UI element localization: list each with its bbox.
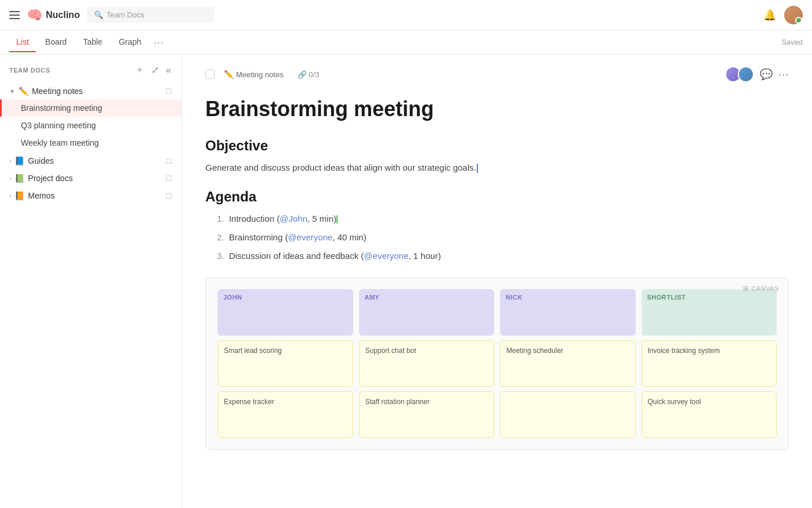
document-progress: 🔗 0/3 — [298, 70, 320, 79]
sidebar-item-weekly-team[interactable]: Weekly team meeting — [0, 134, 182, 152]
kanban-card-meeting-scheduler[interactable]: Meeting scheduler — [500, 340, 636, 387]
sidebar-group-header-guides[interactable]: › 📘 Guides ☐ — [0, 153, 182, 169]
objective-section: Objective Generate and discuss product i… — [205, 138, 789, 175]
document-parent-link[interactable]: ✏️ Meeting notes — [224, 70, 284, 79]
search-icon: 🔍 — [94, 10, 103, 19]
agenda-item-2: Brainstorming (@everyone, 40 min) — [217, 230, 789, 244]
canvas-container: ⊞ CANVAS JOHN Smart lead scoring Expense… — [205, 277, 789, 450]
tabs-more-icon[interactable]: ⋯ — [153, 36, 164, 49]
sidebar-group-name-guides: Guides — [28, 156, 162, 165]
kanban-col-amy: AMY Support chat bot Staff rotation plan… — [359, 289, 495, 438]
group-check-icon: ☐ — [165, 157, 172, 165]
tab-board[interactable]: Board — [38, 33, 74, 52]
sidebar-item-brainstorming[interactable]: Brainstorming meeting — [0, 99, 182, 117]
sidebar-actions: ＋ ⤢ « — [134, 63, 172, 77]
view-tabs-bar: List Board Table Graph ⋯ Saved — [0, 30, 812, 55]
search-bar[interactable]: 🔍 Team Docs — [87, 7, 215, 23]
sidebar-group-name-meeting-notes: Meeting notes — [32, 87, 162, 96]
kanban-col-header-john: JOHN — [217, 289, 353, 336]
agenda-item-1: Introduction (@John, 5 min) — [217, 212, 789, 226]
kanban-col-shortlist: SHORTLIST Invoice tracking system Quick … — [641, 289, 777, 438]
kanban-card-empty-nick — [500, 391, 636, 438]
user-avatar[interactable] — [784, 6, 803, 24]
sidebar-group-project-docs: › 📗 Project docs ☐ — [0, 170, 182, 186]
add-item-button[interactable]: ＋ — [134, 63, 146, 77]
kanban-col-header-amy: AMY — [359, 289, 495, 336]
guides-icon: 📘 — [14, 156, 24, 165]
canvas-label: ⊞ CANVAS — [743, 284, 779, 293]
topbar-right: 🔔 — [763, 6, 803, 24]
kanban-board: JOHN Smart lead scoring Expense tracker … — [217, 289, 777, 438]
logo-text: Nuclino — [46, 10, 80, 20]
sidebar-group-guides: › 📘 Guides ☐ — [0, 153, 182, 169]
chevron-down-icon: ▼ — [9, 88, 15, 95]
chevron-right-icon: › — [9, 175, 11, 182]
document-content: ✏️ Meeting notes 🔗 0/3 💬 ⋯ Brainstorming… — [182, 55, 812, 508]
group-check-icon: ☐ — [165, 174, 172, 183]
topbar-left: 🧠 Nuclino 🔍 Team Docs — [9, 7, 763, 23]
logo: 🧠 Nuclino — [27, 8, 80, 23]
hamburger-menu[interactable] — [9, 11, 20, 19]
objective-heading: Objective — [205, 138, 789, 154]
chevron-right-icon: › — [9, 158, 11, 164]
collapse-sidebar-button[interactable]: « — [165, 63, 172, 77]
sidebar-item-q3-planning[interactable]: Q3 planning meeting — [0, 117, 182, 134]
kanban-col-john: JOHN Smart lead scoring Expense tracker — [217, 289, 353, 438]
chat-icon[interactable]: 💬 — [760, 68, 773, 81]
tab-table[interactable]: Table — [76, 33, 109, 52]
document-header-right: 💬 ⋯ — [725, 66, 789, 82]
sidebar-group-name-memos: Memos — [28, 191, 162, 200]
sidebar-header: TEAM DOCS ＋ ⤢ « — [0, 55, 182, 83]
kanban-col-header-nick: NICK — [500, 289, 636, 336]
kanban-col-header-shortlist: SHORTLIST — [641, 289, 777, 336]
kanban-card-staff-rotation-planner[interactable]: Staff rotation planner — [359, 391, 495, 438]
kanban-card-quick-survey-tool[interactable]: Quick survey tool — [641, 391, 777, 438]
kanban-card-invoice-tracking-system[interactable]: Invoice tracking system — [641, 340, 777, 387]
topbar: 🧠 Nuclino 🔍 Team Docs 🔔 — [0, 0, 812, 30]
sidebar-group-header-memos[interactable]: › 📙 Memos ☐ — [0, 188, 182, 204]
agenda-list: Introduction (@John, 5 min) Brainstormin… — [217, 212, 789, 263]
group-check-icon: ☐ — [165, 192, 172, 200]
sidebar: TEAM DOCS ＋ ⤢ « ▼ ✏️ Meeting notes ☐ Bra… — [0, 55, 182, 508]
project-docs-icon: 📗 — [14, 174, 24, 183]
kanban-card-smart-lead-scoring[interactable]: Smart lead scoring — [217, 340, 353, 387]
search-placeholder: Team Docs — [107, 10, 144, 19]
mention-john[interactable]: @John — [280, 214, 307, 224]
mention-everyone-1[interactable]: @everyone — [288, 232, 332, 242]
agenda-item-3: Discussion of ideas and feedback (@every… — [217, 249, 789, 263]
expand-sidebar-button[interactable]: ⤢ — [150, 63, 160, 77]
main-layout: TEAM DOCS ＋ ⤢ « ▼ ✏️ Meeting notes ☐ Bra… — [0, 55, 812, 508]
saved-status: Saved — [781, 38, 803, 46]
sidebar-group-header-meeting-notes[interactable]: ▼ ✏️ Meeting notes ☐ — [0, 83, 182, 99]
group-check-icon: ☐ — [165, 87, 172, 96]
more-options-icon[interactable]: ⋯ — [778, 68, 789, 81]
sidebar-group-header-project-docs[interactable]: › 📗 Project docs ☐ — [0, 170, 182, 186]
document-parent-label: Meeting notes — [236, 70, 284, 79]
sidebar-group-meeting-notes: ▼ ✏️ Meeting notes ☐ Brainstorming meeti… — [0, 83, 182, 152]
document-title[interactable]: Brainstorming meeting — [205, 96, 789, 121]
document-header-row: ✏️ Meeting notes 🔗 0/3 💬 ⋯ — [205, 66, 789, 82]
mention-everyone-2[interactable]: @everyone — [364, 251, 408, 261]
meeting-notes-icon: ✏️ — [19, 87, 28, 96]
meeting-notes-breadcrumb-icon: ✏️ — [224, 70, 234, 79]
kanban-card-support-chat-bot[interactable]: Support chat bot — [359, 340, 495, 387]
canvas-icon: ⊞ — [743, 284, 749, 293]
agenda-heading: Agenda — [205, 189, 789, 205]
sidebar-group-memos: › 📙 Memos ☐ — [0, 188, 182, 204]
chevron-right-icon: › — [9, 193, 11, 199]
text-cursor — [477, 164, 478, 173]
tab-list[interactable]: List — [9, 33, 36, 52]
notifications-bell-icon[interactable]: 🔔 — [763, 9, 776, 21]
kanban-card-expense-tracker[interactable]: Expense tracker — [217, 391, 353, 438]
tab-graph[interactable]: Graph — [112, 33, 148, 52]
agenda-section: Agenda Introduction (@John, 5 min) Brain… — [205, 189, 789, 263]
memos-icon: 📙 — [14, 191, 24, 200]
kanban-col-nick: NICK Meeting scheduler — [500, 289, 636, 438]
collaborator-avatar-2 — [738, 66, 754, 82]
document-collaborators — [725, 66, 754, 82]
logo-icon: 🧠 — [27, 8, 42, 23]
sidebar-group-name-project-docs: Project docs — [28, 174, 162, 183]
sidebar-title: TEAM DOCS — [9, 67, 129, 74]
document-checkbox[interactable] — [205, 70, 215, 79]
agenda-cursor-1 — [336, 215, 338, 224]
